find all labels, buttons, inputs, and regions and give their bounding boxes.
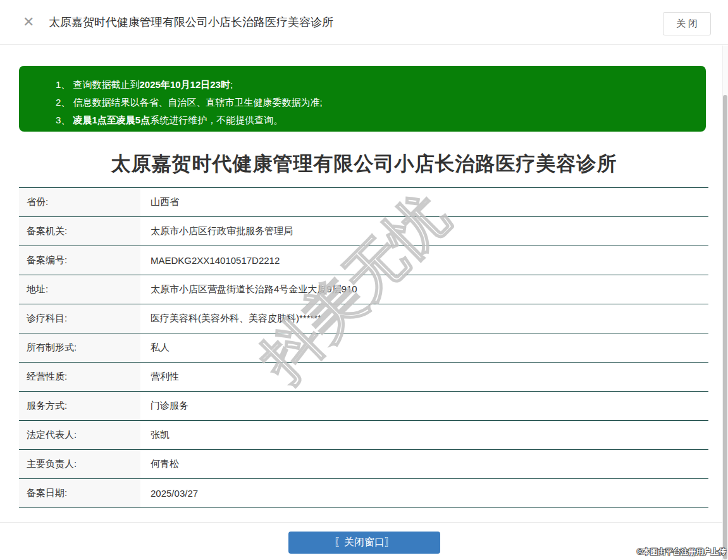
- row-value: 医疗美容科(美容外科、美容皮肤科)******: [140, 304, 708, 333]
- row-label: 所有制形式:: [19, 333, 140, 362]
- table-row-legal-representative: 法定代表人: 张凯: [19, 421, 708, 450]
- row-value: 太原市小店区行政审批服务管理局: [140, 217, 708, 246]
- page-title: 太原嘉贺时代健康管理有限公司小店长治路医疗美容诊所: [0, 151, 728, 177]
- row-label: 省份:: [19, 188, 140, 216]
- row-value: 山西省: [140, 188, 708, 216]
- info-table: 省份: 山西省 备案机关: 太原市小店区行政审批服务管理局 备案编号: MAED…: [19, 187, 708, 508]
- table-row-filing-date: 备案日期: 2025/03/27: [19, 479, 708, 508]
- row-value: 太原市小店区营盘街道长治路4号金业大厦9层910: [140, 275, 708, 304]
- row-value: MAEDKG2XX14010517D2212: [140, 246, 708, 275]
- notice-line-3: 3、 凌晨1点至凌晨5点系统进行维护，不能提供查询。: [56, 111, 693, 129]
- row-label: 备案日期:: [19, 479, 140, 507]
- row-label: 法定代表人:: [19, 421, 140, 449]
- table-row-filing-number: 备案编号: MAEDKG2XX14010517D2212: [19, 246, 708, 275]
- row-value: 营利性: [140, 363, 708, 391]
- table-row-clinical-departments: 诊疗科目: 医疗美容科(美容外科、美容皮肤科)******: [19, 304, 708, 333]
- corner-watermark: ©本图由平台注册用户上传: [637, 547, 726, 557]
- window-title: 太原嘉贺时代健康管理有限公司小店长治路医疗美容诊所: [49, 15, 333, 30]
- row-value: 2025/03/27: [140, 479, 708, 507]
- row-value: 门诊服务: [140, 392, 708, 420]
- table-row-principal: 主要负责人: 何青松: [19, 450, 708, 479]
- row-value: 何青松: [140, 450, 708, 478]
- row-label: 主要负责人:: [19, 450, 140, 478]
- notice-box: 1、 查询数据截止到2025年10月12日23时; 2、 信息数据结果以各省、自…: [19, 66, 706, 132]
- scrollbar-thumb[interactable]: [723, 95, 727, 559]
- row-label: 备案机关:: [19, 217, 140, 246]
- window-header: ✕ 太原嘉贺时代健康管理有限公司小店长治路医疗美容诊所 关 闭: [0, 0, 728, 45]
- close-window-button[interactable]: 〖关闭窗口〗: [288, 532, 440, 554]
- notice-line-2: 2、 信息数据结果以各省、自治区、直辖市卫生健康委数据为准;: [56, 94, 693, 111]
- scrollbar-track[interactable]: [722, 46, 728, 560]
- row-label: 备案编号:: [19, 246, 140, 275]
- table-row-address: 地址: 太原市小店区营盘街道长治路4号金业大厦9层910: [19, 275, 708, 304]
- close-button[interactable]: 关 闭: [663, 12, 711, 35]
- row-value: 张凯: [140, 421, 708, 449]
- row-label: 服务方式:: [19, 392, 140, 420]
- table-row-ownership-type: 所有制形式: 私人: [19, 333, 708, 363]
- row-label: 经营性质:: [19, 363, 140, 391]
- table-row-operating-nature: 经营性质: 营利性: [19, 363, 708, 392]
- row-value: 私人: [140, 333, 708, 362]
- notice-line-1: 1、 查询数据截止到2025年10月12日23时;: [56, 76, 693, 94]
- row-label: 诊疗科目:: [19, 304, 140, 333]
- table-row-service-mode: 服务方式: 门诊服务: [19, 392, 708, 421]
- row-label: 地址:: [19, 275, 140, 304]
- close-x-icon[interactable]: ✕: [23, 15, 34, 29]
- table-row-province: 省份: 山西省: [19, 188, 708, 217]
- page: ✕ 太原嘉贺时代健康管理有限公司小店长治路医疗美容诊所 关 闭 1、 查询数据截…: [0, 0, 728, 560]
- table-row-filing-authority: 备案机关: 太原市小店区行政审批服务管理局: [19, 217, 708, 246]
- bottom-divider: [0, 522, 728, 523]
